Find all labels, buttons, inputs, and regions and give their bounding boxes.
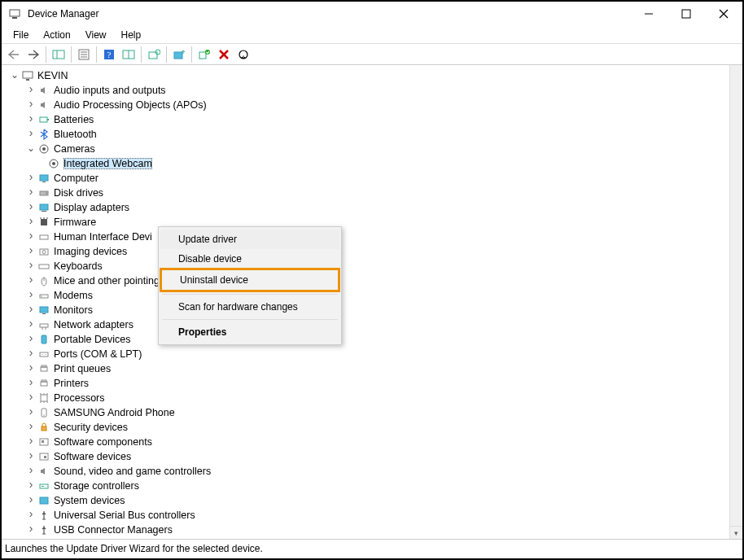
chevron-down-icon[interactable] <box>24 143 37 155</box>
ctx-update-driver[interactable]: Update driver <box>160 230 339 249</box>
chevron-right-icon[interactable] <box>24 479 37 492</box>
chevron-right-icon[interactable] <box>24 172 37 185</box>
svg-rect-32 <box>40 175 48 181</box>
menu-file[interactable]: File <box>7 28 35 42</box>
tree-item[interactable]: Printers <box>5 376 742 391</box>
tree-item[interactable]: Storage controllers <box>5 479 742 493</box>
chevron-right-icon[interactable] <box>24 201 37 214</box>
chevron-right-icon[interactable] <box>24 304 37 317</box>
tree-item[interactable]: Security devices <box>5 420 742 435</box>
vertical-scrollbar[interactable]: ▾ <box>729 65 742 539</box>
tree-item-label: Integrated Webcam <box>63 158 152 169</box>
tree-item[interactable]: Disk drives <box>5 186 742 200</box>
disable-device-button[interactable] <box>234 46 252 63</box>
tree-item[interactable]: Software devices <box>5 449 742 464</box>
chevron-right-icon[interactable] <box>24 435 37 448</box>
ctx-scan-hardware[interactable]: Scan for hardware changes <box>160 297 339 317</box>
svg-rect-53 <box>40 324 48 327</box>
chevron-right-icon[interactable] <box>24 392 37 405</box>
toolbar-separator <box>191 46 192 63</box>
chevron-right-icon[interactable] <box>24 362 37 375</box>
tree-item[interactable]: Network adapters <box>5 317 742 332</box>
tree-item[interactable]: Universal Serial Bus controllers <box>5 508 742 523</box>
device-tree[interactable]: KEVIN Audio inputs and outputs Audio Pro… <box>5 68 742 537</box>
tree-item-label: Sound, video and game controllers <box>54 466 211 477</box>
uninstall-device-button[interactable] <box>215 46 233 63</box>
tree-root[interactable]: KEVIN <box>5 68 742 83</box>
chevron-down-icon[interactable] <box>8 70 21 81</box>
chevron-right-icon[interactable] <box>24 318 37 331</box>
tree-item[interactable]: Processors <box>5 391 742 405</box>
tree-item[interactable]: Computer <box>5 171 742 186</box>
chevron-right-icon[interactable] <box>24 450 37 463</box>
properties-button[interactable] <box>75 46 93 63</box>
minimize-button[interactable] <box>630 2 667 26</box>
tree-item[interactable]: Portable Devices <box>5 332 742 347</box>
tree-item[interactable]: Ports (COM & LPT) <box>5 347 742 361</box>
svg-point-72 <box>43 414 44 415</box>
tree-item[interactable]: USB Connector Managers <box>5 523 742 537</box>
ctx-properties[interactable]: Properties <box>160 322 339 342</box>
ctx-disable-device[interactable]: Disable device <box>160 249 339 269</box>
chevron-right-icon[interactable] <box>24 377 37 390</box>
chevron-right-icon[interactable] <box>24 289 37 302</box>
software-icon <box>37 435 50 448</box>
chevron-right-icon[interactable] <box>24 406 37 419</box>
help-button[interactable]: ? <box>100 46 118 63</box>
chevron-right-icon[interactable] <box>24 128 37 141</box>
tree-item[interactable]: SAMSUNG Android Phone <box>5 405 742 420</box>
scroll-down-button[interactable]: ▾ <box>730 526 742 539</box>
svg-point-44 <box>42 251 46 254</box>
chevron-right-icon[interactable] <box>24 509 37 522</box>
chevron-right-icon[interactable] <box>24 348 37 361</box>
update-driver-button[interactable] <box>170 46 188 63</box>
menu-help[interactable]: Help <box>115 28 148 42</box>
chevron-right-icon[interactable] <box>24 260 37 273</box>
chevron-right-icon[interactable] <box>24 98 37 112</box>
tree-item[interactable]: Print queues <box>5 361 742 376</box>
ctx-uninstall-device[interactable]: Uninstall device <box>160 268 340 292</box>
tree-item[interactable]: Software components <box>5 435 742 449</box>
chevron-right-icon[interactable] <box>24 84 37 97</box>
scan-hardware-button[interactable] <box>145 46 163 63</box>
chevron-right-icon[interactable] <box>24 523 37 536</box>
show-hide-tree-button[interactable] <box>50 46 68 63</box>
tree-item[interactable]: Display adapters <box>5 200 742 215</box>
tree-item[interactable]: Firmware <box>5 215 742 230</box>
tree-item-label: Processors <box>54 392 105 404</box>
chevron-right-icon[interactable] <box>24 333 37 346</box>
menu-view[interactable]: View <box>79 28 113 42</box>
tree-item[interactable]: Sound, video and game controllers <box>5 464 742 479</box>
tree-item-cameras[interactable]: Cameras <box>5 142 742 156</box>
forward-button[interactable] <box>24 46 42 63</box>
chevron-right-icon[interactable] <box>24 186 37 199</box>
tree-item[interactable]: Modems <box>5 288 742 303</box>
tree-item[interactable]: Batteries <box>5 112 742 127</box>
chevron-right-icon[interactable] <box>24 465 37 478</box>
svg-point-31 <box>52 162 55 165</box>
tree-item[interactable]: Audio Processing Objects (APOs) <box>5 98 742 112</box>
chevron-right-icon[interactable] <box>24 245 37 258</box>
chevron-right-icon[interactable] <box>24 113 37 126</box>
back-button[interactable] <box>5 46 23 63</box>
close-button[interactable] <box>705 2 742 26</box>
tree-item-integrated-webcam[interactable]: Integrated Webcam <box>5 156 742 171</box>
tree-item[interactable]: System devices <box>5 493 742 508</box>
tree-item[interactable]: Mice and other pointing devices <box>5 273 742 288</box>
tree-item[interactable]: Audio inputs and outputs <box>5 83 742 98</box>
tree-item[interactable]: Bluetooth <box>5 127 742 142</box>
tree-item[interactable]: Human Interface Devi <box>5 230 742 244</box>
scan-devices-button[interactable] <box>120 46 138 63</box>
tree-item[interactable]: Monitors <box>5 303 742 317</box>
chevron-right-icon[interactable] <box>24 274 37 287</box>
keyboard-icon <box>37 260 50 273</box>
tree-item[interactable]: Imaging devices <box>5 244 742 259</box>
chevron-right-icon[interactable] <box>24 494 37 507</box>
enable-device-button[interactable] <box>195 46 213 63</box>
chevron-right-icon[interactable] <box>24 421 37 434</box>
tree-item[interactable]: Keyboards <box>5 259 742 273</box>
chevron-right-icon[interactable] <box>24 216 37 229</box>
menu-action[interactable]: Action <box>37 28 77 42</box>
maximize-button[interactable] <box>667 2 705 26</box>
chevron-right-icon[interactable] <box>24 230 37 243</box>
